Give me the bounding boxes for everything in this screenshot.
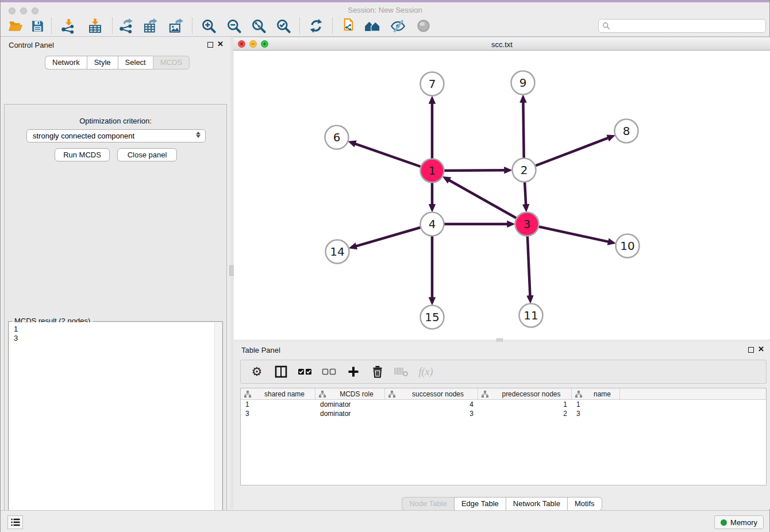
table-cell[interactable]: 1 bbox=[241, 400, 315, 409]
column-header-shared-name[interactable]: shared name bbox=[241, 388, 315, 399]
import-table-button[interactable] bbox=[84, 16, 105, 36]
function-builder-button[interactable]: f(x) bbox=[418, 364, 434, 380]
window-title: Session: New Session bbox=[1, 6, 769, 14]
table-cell[interactable]: 1 bbox=[572, 400, 620, 409]
result-line: 1 bbox=[14, 325, 18, 334]
list-icon bbox=[11, 518, 20, 526]
edge-3-1[interactable] bbox=[449, 180, 527, 224]
delete-table-button[interactable] bbox=[394, 364, 410, 380]
show-columns-button[interactable] bbox=[273, 364, 289, 380]
column-header-predecessor-nodes[interactable]: predecessor nodes bbox=[478, 388, 572, 399]
float-panel-icon[interactable] bbox=[207, 42, 213, 48]
export-table-button[interactable] bbox=[140, 16, 161, 36]
export-network-button[interactable] bbox=[116, 16, 136, 36]
result-line: 3 bbox=[14, 334, 18, 343]
criterion-selected-value: strongly connected component bbox=[33, 132, 134, 140]
first-neighbors-button[interactable] bbox=[362, 16, 383, 36]
open-session-button[interactable] bbox=[5, 16, 26, 36]
application-window: Session: New Session bbox=[0, 0, 770, 532]
column-label: shared name bbox=[254, 390, 315, 398]
table-cell[interactable]: 1 bbox=[478, 400, 572, 409]
hierarchy-icon bbox=[482, 391, 488, 398]
close-panel-button[interactable]: Close panel bbox=[117, 148, 177, 161]
add-row-button[interactable] bbox=[345, 364, 361, 380]
tab-network[interactable]: Network bbox=[45, 56, 87, 70]
deselect-all-icon bbox=[322, 365, 337, 379]
zoom-in-button[interactable] bbox=[198, 16, 219, 36]
column-settings-button[interactable]: ⚙ bbox=[249, 364, 265, 380]
hide-selected-button[interactable] bbox=[387, 16, 408, 36]
toolbar-separator bbox=[332, 18, 333, 34]
table-cell[interactable]: 3 bbox=[385, 409, 478, 418]
result-scrollbar[interactable] bbox=[214, 322, 222, 532]
table-cell[interactable]: dominator bbox=[315, 400, 385, 409]
main-toolbar bbox=[1, 14, 769, 37]
criterion-select[interactable]: strongly connected component bbox=[26, 129, 206, 142]
table-row[interactable]: 3dominator323 bbox=[241, 409, 766, 418]
close-panel-icon[interactable]: ✕ bbox=[758, 345, 764, 353]
network-window-titlebar[interactable]: × − + scc.txt bbox=[233, 37, 770, 51]
hierarchy-icon bbox=[388, 391, 395, 398]
tab-node-table[interactable]: Node Table bbox=[402, 497, 454, 511]
edge-3-10[interactable] bbox=[527, 224, 609, 242]
edge-2-8[interactable] bbox=[524, 138, 609, 170]
zoom-selected-button[interactable] bbox=[273, 16, 294, 36]
table-toolbar: ⚙ f(x) bbox=[240, 360, 767, 384]
task-history-button[interactable] bbox=[7, 515, 23, 529]
tab-motifs[interactable]: Motifs bbox=[567, 497, 602, 511]
toolbar-separator bbox=[112, 18, 113, 34]
delete-row-button[interactable] bbox=[369, 364, 386, 380]
float-panel-icon[interactable] bbox=[748, 347, 754, 353]
zoom-out-icon bbox=[226, 18, 242, 34]
table-cell[interactable]: 3 bbox=[241, 409, 315, 418]
plus-icon bbox=[346, 365, 360, 379]
network-canvas[interactable]: 7968124314101511 bbox=[234, 51, 770, 340]
zoom-out-button[interactable] bbox=[224, 16, 244, 36]
column-header-name[interactable]: name bbox=[572, 388, 620, 399]
column-header-successor-nodes[interactable]: successor nodes bbox=[385, 388, 478, 399]
control-panel: Control Panel ✕ NetworkStyleSelectMCDS O… bbox=[1, 37, 230, 509]
refresh-button[interactable] bbox=[306, 16, 326, 36]
hierarchy-icon bbox=[244, 391, 251, 398]
table-cell[interactable]: 2 bbox=[478, 409, 572, 418]
close-panel-icon[interactable]: ✕ bbox=[217, 40, 224, 48]
table-cell[interactable]: 3 bbox=[572, 409, 620, 418]
mcds-result-textarea[interactable]: 13 bbox=[9, 322, 222, 532]
tab-mcds[interactable]: MCDS bbox=[153, 56, 190, 70]
column-header-MCDS-role[interactable]: MCDS role bbox=[315, 388, 385, 399]
toolbar-separator bbox=[299, 18, 300, 34]
title-bar[interactable]: Session: New Session bbox=[1, 2, 769, 14]
node-label-9: 9 bbox=[519, 76, 527, 90]
save-session-button[interactable] bbox=[27, 16, 48, 36]
import-table-icon bbox=[87, 18, 103, 34]
new-network-from-selection-button[interactable] bbox=[338, 16, 359, 36]
memory-button[interactable]: Memory bbox=[714, 515, 764, 529]
delete-table-icon bbox=[394, 365, 409, 378]
columns-icon bbox=[274, 365, 288, 379]
toolbar-separator bbox=[192, 18, 192, 34]
tab-select[interactable]: Select bbox=[118, 56, 153, 70]
clone-network-icon bbox=[341, 18, 356, 34]
import-network-button[interactable] bbox=[57, 16, 78, 36]
node-label-14: 14 bbox=[330, 245, 344, 259]
toolbar-separator bbox=[51, 18, 52, 34]
search-input[interactable] bbox=[610, 21, 765, 31]
column-label: predecessor nodes bbox=[491, 390, 571, 398]
network-graph[interactable]: 7968124314101511 bbox=[234, 51, 770, 340]
tab-network-table[interactable]: Network Table bbox=[506, 497, 567, 511]
run-mcds-button[interactable]: Run MCDS bbox=[55, 148, 110, 161]
zoom-fit-button[interactable] bbox=[248, 16, 269, 36]
search-box[interactable] bbox=[598, 19, 766, 33]
tab-edge-table[interactable]: Edge Table bbox=[454, 497, 506, 511]
eye-icon bbox=[416, 18, 431, 33]
tab-style[interactable]: Style bbox=[87, 56, 118, 70]
select-all-button[interactable] bbox=[297, 364, 313, 380]
node-table[interactable]: shared nameMCDS rolesuccessor nodesprede… bbox=[240, 388, 767, 485]
column-label: name bbox=[585, 390, 619, 398]
table-row[interactable]: 1dominator411 bbox=[241, 400, 766, 409]
show-all-button[interactable] bbox=[413, 16, 434, 36]
export-image-button[interactable] bbox=[165, 16, 186, 36]
table-cell[interactable]: dominator bbox=[315, 409, 385, 418]
deselect-all-button[interactable] bbox=[321, 364, 337, 380]
table-cell[interactable]: 4 bbox=[385, 400, 478, 409]
